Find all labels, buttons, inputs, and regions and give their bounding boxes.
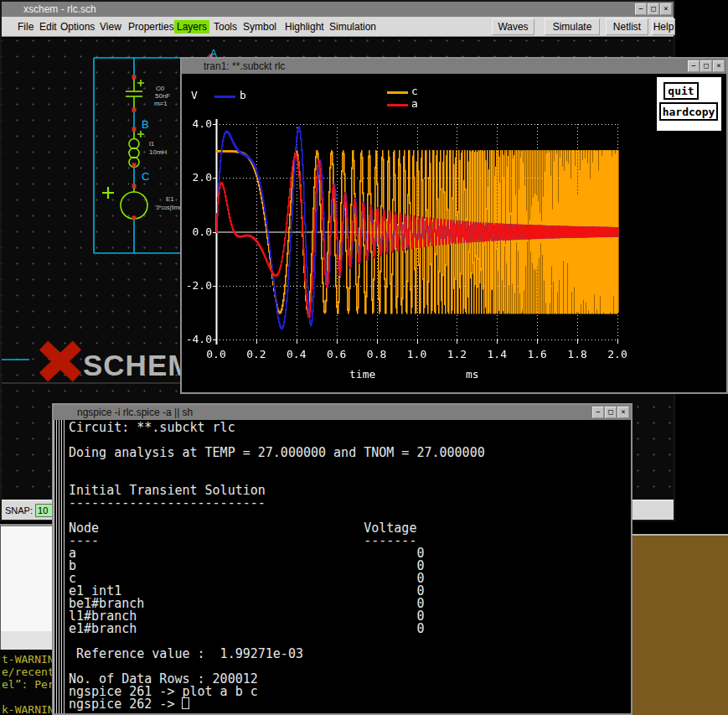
voltage-source-circle[interactable] <box>121 192 147 219</box>
x-tick-label: 1.6 <box>520 349 554 360</box>
c0-ref-label: C0 <box>156 85 165 92</box>
logo-x-icon <box>44 345 77 377</box>
terminal-output: Circuit: **.subckt rlc Doing analysis at… <box>69 422 485 711</box>
x-tick-label: 0.4 <box>280 349 313 360</box>
terminal-cursor <box>182 697 189 709</box>
x-tick-label: 0.8 <box>360 349 394 360</box>
x-tick-label: 0.0 <box>199 349 233 360</box>
menu-view[interactable]: View <box>97 20 124 34</box>
close-button[interactable]: × <box>660 3 672 15</box>
terminal-window: ngspice -i rlc.spice -a || sh − □ × Circ… <box>52 403 632 715</box>
warning-line: e/recently <box>2 666 52 678</box>
menu-file[interactable]: File <box>15 20 36 34</box>
x-tick-label: 0.2 <box>240 349 273 360</box>
e1-ref-label: E1 <box>166 195 174 203</box>
minimize-button[interactable]: − <box>592 407 604 418</box>
plus-mark <box>137 131 144 137</box>
x-tick-label: 1.4 <box>480 349 514 360</box>
node-label-b[interactable]: B <box>142 118 149 131</box>
legend-label-c: c <box>411 85 418 97</box>
x-axis-unit: ms <box>466 369 479 381</box>
legend-label-b: b <box>240 90 246 101</box>
background-window-brown <box>631 534 728 715</box>
menu-edit[interactable]: Edit <box>37 20 59 34</box>
waves-button[interactable]: Waves <box>492 18 534 35</box>
plot-titlebar[interactable]: tran1: **.subckt rlc − □ × <box>182 59 726 74</box>
quit-button[interactable]: quit <box>663 82 699 100</box>
plus-mark-large <box>102 187 114 199</box>
maximize-button[interactable]: □ <box>605 407 617 418</box>
menu-layers[interactable]: Layers <box>174 20 209 34</box>
waveform-canvas <box>182 74 726 392</box>
x-tick-label: 2.0 <box>601 349 634 360</box>
desktop: t-WARNINGe/recentlyel”: Permk-WARNING xs… <box>0 0 728 715</box>
terminal-scrollbar[interactable] <box>54 420 65 713</box>
snap-label: SNAP: <box>5 505 33 516</box>
xschem-window-title: xschem - rlc.sch <box>23 3 96 15</box>
background-window-white-footer <box>1 631 52 650</box>
legend-label-a: a <box>411 98 418 110</box>
menu-options[interactable]: Options <box>58 20 97 34</box>
components <box>102 79 147 219</box>
background-window-white <box>0 524 52 650</box>
minimize-button[interactable]: − <box>635 3 647 15</box>
x-tick-label: 1.2 <box>440 349 473 360</box>
maximize-button[interactable]: □ <box>700 60 712 72</box>
menu-simulation[interactable]: Simulation <box>327 20 379 34</box>
logo-text: SCHEM <box>83 349 193 381</box>
close-button[interactable]: × <box>617 407 629 418</box>
help-button[interactable]: Help <box>652 18 675 35</box>
close-button[interactable]: × <box>713 60 725 72</box>
x-axis-title: time <box>349 369 375 381</box>
l1-value-label: 10mH <box>149 148 168 156</box>
legend-line-c <box>387 91 408 94</box>
terminal-titlebar[interactable]: ngspice -i rlc.spice -a || sh − □ × <box>54 405 631 420</box>
minimize-button[interactable]: − <box>688 60 700 72</box>
x-tick-label: 1.0 <box>400 349 434 360</box>
plus-mark <box>137 80 144 86</box>
warning-line: k-WARNING <box>2 703 52 715</box>
plot-window: tran1: **.subckt rlc − □ × V b c a 4.02.… <box>180 57 728 394</box>
warning-line: el”: Perm <box>2 678 52 691</box>
menu-tools[interactable]: Tools <box>211 20 240 34</box>
plot-window-title: tran1: **.subckt rlc <box>204 60 285 72</box>
y-tick-label: 0.0 <box>185 226 212 238</box>
menu-highlight[interactable]: Highlight <box>282 20 327 34</box>
y-tick-label: 4.0 <box>185 118 212 130</box>
x-tick-label: 0.6 <box>320 349 354 360</box>
y-tick-label: -4.0 <box>185 334 212 345</box>
l1-ref-label: l1 <box>149 140 155 148</box>
terminal-content[interactable]: Circuit: **.subckt rlc Doing analysis at… <box>54 420 631 713</box>
c0-extra-label: m=1 <box>154 100 168 107</box>
xschem-titlebar[interactable]: xschem - rlc.sch − □ × <box>2 2 674 17</box>
xschem-menubar: FileEditOptionsViewPropertiesLayersTools… <box>2 17 674 37</box>
maximize-button[interactable]: □ <box>648 3 659 15</box>
netlist-button[interactable]: Netlist <box>606 18 648 35</box>
node-label-c[interactable]: C <box>142 170 149 183</box>
y-axis-unit-label: V <box>191 90 198 101</box>
c0-value-label: 50nF <box>155 92 170 100</box>
legend-line-a <box>387 104 408 106</box>
x-tick-label: 1.8 <box>560 349 594 360</box>
y-tick-label: -2.0 <box>185 280 212 292</box>
simulate-button[interactable]: Simulate <box>545 18 600 35</box>
hardcopy-button[interactable]: hardcopy <box>659 102 718 121</box>
y-tick-label: 2.0 <box>185 172 212 184</box>
terminal-window-title: ngspice -i rlc.spice -a || sh <box>77 407 193 418</box>
xschem-logo: SCHEM <box>44 345 193 381</box>
warning-line: t-WARNING <box>2 653 52 666</box>
legend-line-b <box>214 96 235 98</box>
menu-symbol[interactable]: Symbol <box>240 20 279 34</box>
plot-area: V b c a 4.02.00.0-2.0-4.0 0.00.20.40.60.… <box>182 74 726 392</box>
plot-side-panel: quit hardcopy <box>657 77 721 131</box>
menu-properties[interactable]: Properties <box>126 20 177 34</box>
background-terminal: t-WARNINGe/recentlyel”: Permk-WARNING <box>0 650 52 715</box>
